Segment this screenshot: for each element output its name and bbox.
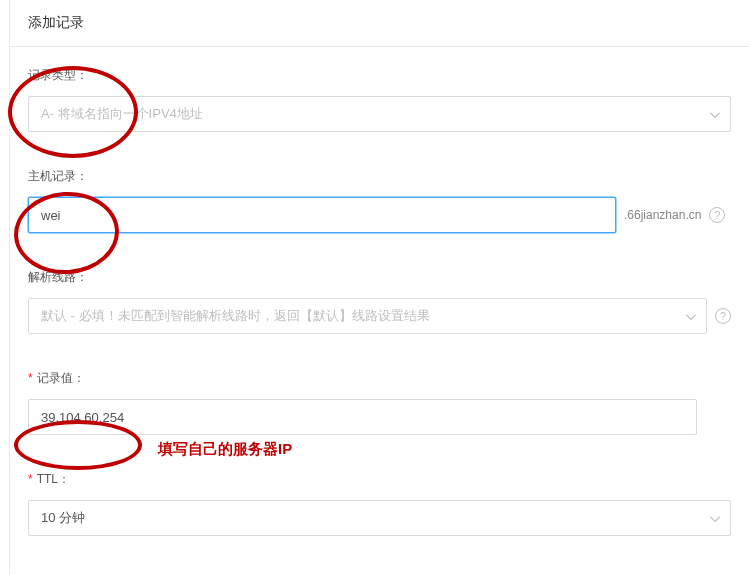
record-type-select[interactable]: A- 将域名指向一个IPV4地址 bbox=[28, 96, 731, 132]
field-resolve-line: 解析线路： 默认 - 必填！未匹配到智能解析线路时，返回【默认】线路设置结果 ? bbox=[28, 269, 731, 334]
record-value-input[interactable] bbox=[28, 399, 697, 435]
field-ttl: TTL： 10 分钟 bbox=[28, 471, 731, 536]
dialog-title: 添加记录 bbox=[28, 14, 84, 30]
help-icon[interactable]: ? bbox=[709, 207, 725, 223]
add-record-dialog: 添加记录 记录类型： A- 将域名指向一个IPV4地址 主机记录： .66jia… bbox=[10, 0, 749, 536]
resolve-line-select[interactable]: 默认 - 必填！未匹配到智能解析线路时，返回【默认】线路设置结果 bbox=[28, 298, 707, 334]
chevron-down-icon bbox=[710, 511, 720, 526]
record-type-label: 记录类型： bbox=[28, 67, 731, 84]
record-value-label: 记录值： bbox=[28, 370, 731, 387]
host-suffix: .66jianzhan.cn bbox=[624, 208, 701, 222]
field-record-value: 记录值： bbox=[28, 370, 731, 435]
host-record-input[interactable] bbox=[28, 197, 616, 233]
dialog-header: 添加记录 bbox=[10, 0, 749, 47]
host-record-label: 主机记录： bbox=[28, 168, 731, 185]
form-body: 记录类型： A- 将域名指向一个IPV4地址 主机记录： .66jianzhan… bbox=[10, 47, 749, 536]
resolve-line-label: 解析线路： bbox=[28, 269, 731, 286]
record-type-value: A- 将域名指向一个IPV4地址 bbox=[41, 105, 203, 123]
help-icon[interactable]: ? bbox=[715, 308, 731, 324]
chevron-down-icon bbox=[710, 107, 720, 122]
chevron-down-icon bbox=[686, 309, 696, 324]
ttl-value: 10 分钟 bbox=[41, 509, 85, 527]
field-record-type: 记录类型： A- 将域名指向一个IPV4地址 bbox=[28, 67, 731, 132]
resolve-line-value: 默认 - 必填！未匹配到智能解析线路时，返回【默认】线路设置结果 bbox=[41, 307, 430, 325]
left-panel-edge bbox=[0, 0, 10, 575]
field-host-record: 主机记录： .66jianzhan.cn ? bbox=[28, 168, 731, 233]
ttl-select[interactable]: 10 分钟 bbox=[28, 500, 731, 536]
ttl-label: TTL： bbox=[28, 471, 731, 488]
